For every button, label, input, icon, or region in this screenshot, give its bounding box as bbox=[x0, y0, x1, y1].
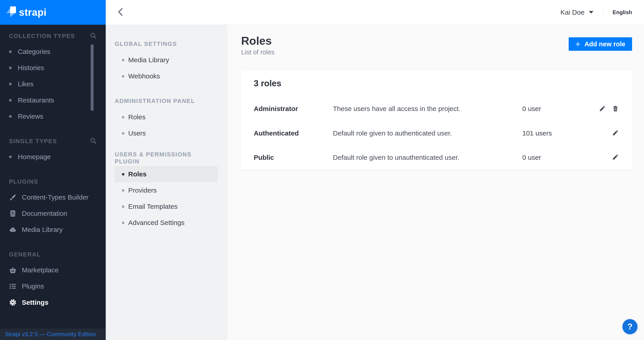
bullet-icon bbox=[9, 99, 12, 102]
role-users-count: 0 user bbox=[522, 154, 612, 161]
administration-panel-section: ADMINISTRATION PANEL Roles Users bbox=[106, 96, 227, 141]
sidebar-footer: Strapi v3.2.5 — Community Edition bbox=[0, 329, 106, 340]
gear-icon bbox=[9, 299, 17, 306]
language-selector[interactable]: English bbox=[612, 9, 632, 15]
cloud-upload-icon bbox=[9, 226, 17, 234]
user-menu[interactable]: Kai Doe bbox=[560, 8, 594, 16]
bullet-icon bbox=[122, 222, 124, 224]
strapi-admin-app: Kai Doe English strapi COLLECTION TYPES bbox=[0, 0, 644, 340]
sidebar-item-reviews[interactable]: Reviews bbox=[0, 108, 106, 124]
back-button[interactable] bbox=[106, 0, 135, 24]
users-permissions-section: USERS & PERMISSIONS PLUGIN Roles Provide… bbox=[106, 153, 227, 231]
edit-button[interactable] bbox=[612, 129, 620, 137]
roles-count: 3 roles bbox=[241, 70, 632, 97]
role-description: Default role given to authenticated user… bbox=[333, 129, 522, 137]
single-types-section: SINGLE TYPES Homepage bbox=[0, 136, 106, 165]
delete-button[interactable] bbox=[612, 105, 620, 113]
settings-item-admin-users[interactable]: Users bbox=[106, 125, 227, 141]
pencil-icon bbox=[612, 154, 619, 161]
table-row-administrator[interactable]: Administrator These users have all acces… bbox=[254, 97, 620, 121]
settings-item-media-library[interactable]: Media Library bbox=[106, 52, 227, 68]
section-header: GENERAL bbox=[0, 249, 106, 259]
bullet-icon bbox=[122, 75, 124, 77]
pencil-icon bbox=[599, 105, 606, 113]
sidebar-item-categories[interactable]: Categories bbox=[0, 44, 106, 60]
general-section: GENERAL Marketplace Plugins bbox=[0, 249, 106, 311]
collection-types-section: COLLECTION TYPES Categories Histories Li… bbox=[0, 31, 106, 124]
divider bbox=[603, 8, 603, 17]
strapi-logo[interactable]: strapi bbox=[0, 0, 106, 25]
sidebar-item-documentation[interactable]: Documentation bbox=[0, 205, 106, 222]
plus-icon: + bbox=[576, 40, 580, 48]
section-title: GLOBAL SETTINGS bbox=[115, 40, 177, 47]
section-header: USERS & PERMISSIONS PLUGIN bbox=[106, 153, 227, 163]
edit-button[interactable] bbox=[612, 153, 620, 162]
settings-item-admin-roles[interactable]: Roles bbox=[106, 109, 227, 125]
roles-card: 3 roles Administrator These users have a… bbox=[241, 70, 632, 169]
bullet-icon bbox=[122, 116, 124, 118]
settings-item-email-templates[interactable]: Email Templates bbox=[106, 198, 227, 215]
sidebar-item-media-library[interactable]: Media Library bbox=[0, 222, 106, 238]
book-icon bbox=[9, 210, 17, 217]
role-users-count: 0 user bbox=[522, 105, 598, 113]
sidebar-item-settings[interactable]: Settings bbox=[0, 294, 106, 311]
basket-icon bbox=[9, 266, 17, 274]
settings-item-providers[interactable]: Providers bbox=[106, 182, 227, 198]
section-title: SINGLE TYPES bbox=[9, 138, 57, 145]
help-button[interactable]: ? bbox=[622, 319, 638, 334]
chevron-left-icon bbox=[117, 8, 124, 17]
sidebar-item-likes[interactable]: Likes bbox=[0, 76, 106, 92]
bullet-icon bbox=[122, 132, 124, 135]
search-button[interactable] bbox=[90, 32, 97, 40]
role-name: Public bbox=[254, 154, 333, 161]
sidebar-item-homepage[interactable]: Homepage bbox=[0, 149, 106, 165]
global-settings-section: GLOBAL SETTINGS Media Library Webhooks bbox=[106, 39, 227, 84]
section-title: COLLECTION TYPES bbox=[9, 32, 75, 39]
search-icon bbox=[90, 32, 97, 40]
role-users-count: 101 users bbox=[522, 129, 612, 137]
sidebar-item-restaurants[interactable]: Restaurants bbox=[0, 92, 106, 108]
settings-item-advanced-settings[interactable]: Advanced Settings bbox=[106, 215, 227, 231]
settings-item-roles[interactable]: Roles bbox=[114, 166, 218, 182]
edit-button[interactable] bbox=[598, 105, 606, 113]
section-header: PLUGINS bbox=[0, 177, 106, 187]
bullet-icon bbox=[9, 83, 12, 85]
bullet-icon bbox=[9, 155, 12, 158]
bullet-icon bbox=[9, 66, 12, 69]
settings-sidebar: GLOBAL SETTINGS Media Library Webhooks A… bbox=[106, 25, 227, 340]
section-header: ADMINISTRATION PANEL bbox=[106, 96, 227, 106]
section-title: GENERAL bbox=[9, 251, 41, 258]
row-actions bbox=[612, 153, 620, 162]
version-link[interactable]: Strapi v3.2.5 — Community Edition bbox=[5, 331, 96, 338]
sidebar-item-plugins[interactable]: Plugins bbox=[0, 278, 106, 294]
section-header: GLOBAL SETTINGS bbox=[106, 39, 227, 49]
page-header: Roles List of roles bbox=[241, 35, 274, 56]
section-header: SINGLE TYPES bbox=[0, 136, 106, 146]
row-actions bbox=[612, 129, 620, 137]
table-row-public[interactable]: Public Default role given to unauthentic… bbox=[254, 145, 620, 169]
section-title: PLUGINS bbox=[9, 178, 38, 185]
sidebar-item-histories[interactable]: Histories bbox=[0, 60, 106, 76]
search-button[interactable] bbox=[90, 138, 97, 145]
sidebar-item-marketplace[interactable]: Marketplace bbox=[0, 262, 106, 278]
section-title: USERS & PERMISSIONS PLUGIN bbox=[115, 151, 218, 165]
top-bar: Kai Doe English bbox=[106, 0, 644, 25]
user-name: Kai Doe bbox=[560, 8, 584, 16]
settings-item-webhooks[interactable]: Webhooks bbox=[106, 68, 227, 84]
row-actions bbox=[598, 105, 620, 113]
add-new-role-button[interactable]: + Add new role bbox=[569, 37, 632, 51]
search-icon bbox=[90, 138, 97, 145]
role-name: Administrator bbox=[254, 105, 333, 113]
role-description: Default role given to unauthenticated us… bbox=[333, 154, 522, 161]
page-title: Roles bbox=[241, 35, 274, 47]
main-sidebar: COLLECTION TYPES Categories Histories Li… bbox=[0, 25, 106, 340]
pencil-icon bbox=[612, 129, 619, 137]
sidebar-item-content-types-builder[interactable]: Content-Types Builder bbox=[0, 189, 106, 205]
page-subtitle: List of roles bbox=[241, 48, 274, 56]
brush-icon bbox=[9, 194, 17, 201]
role-name: Authenticated bbox=[254, 129, 333, 137]
bullet-icon bbox=[122, 173, 124, 176]
table-row-authenticated[interactable]: Authenticated Default role given to auth… bbox=[254, 121, 620, 145]
roles-table: Administrator These users have all acces… bbox=[241, 97, 632, 169]
sidebar-scrollbar[interactable] bbox=[91, 44, 94, 111]
